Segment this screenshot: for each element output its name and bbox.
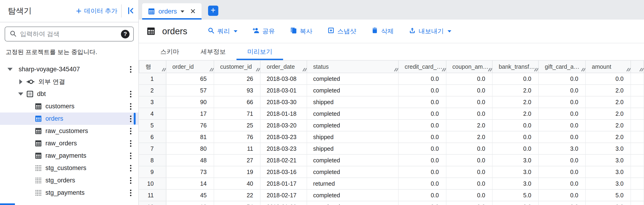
column-resize-handle[interactable]	[256, 68, 259, 71]
table-cell: 73	[166, 166, 214, 178]
kebab-menu-button[interactable]	[128, 188, 133, 198]
collapse-left-icon	[126, 6, 135, 16]
tree-item-_[interactable]: 외부 연결	[0, 76, 138, 88]
tree-item-label: raw_payments	[46, 152, 86, 159]
snapshot-action-button[interactable]: 스냅샷	[327, 27, 356, 36]
table-cell: 2018-03-23	[260, 143, 307, 154]
tree-item-orders[interactable]: orders	[0, 112, 138, 125]
table-icon	[148, 8, 155, 15]
table-cell: shipped	[307, 143, 398, 154]
kebab-menu-button[interactable]	[128, 151, 133, 160]
column-resize-handle[interactable]	[581, 68, 584, 71]
column-header-status: status	[307, 60, 398, 73]
export-action-button[interactable]: 내보내기	[409, 27, 451, 36]
detail-tab-미리보기[interactable]: 미리보기	[236, 43, 283, 60]
kebab-menu-button[interactable]	[128, 139, 133, 148]
kebab-menu-button[interactable]	[128, 126, 133, 136]
table-cell: 0.0	[398, 166, 446, 178]
tree-item-customers[interactable]: customers	[0, 100, 138, 112]
column-resize-handle[interactable]	[302, 68, 305, 71]
detail-tab-세부정보[interactable]: 세부정보	[190, 43, 236, 60]
row-number-cell: 9	[139, 166, 166, 178]
tree-item-stg_orders[interactable]: stg_orders	[0, 174, 138, 186]
table-row: 257932018-03-01completed0.00.02.00.02.0	[139, 84, 644, 96]
kebab-menu-button[interactable]	[128, 65, 133, 74]
table-cell: 0.0	[398, 131, 446, 143]
column-resize-handle[interactable]	[210, 68, 212, 71]
row-number-cell: 12	[139, 201, 166, 205]
tree-item-label: stg_payments	[46, 189, 84, 196]
table-cell: 2.0	[586, 120, 631, 131]
new-tab-button[interactable]: +	[208, 6, 218, 16]
table-cell: 40	[214, 178, 260, 190]
table-cell: 3.0	[586, 178, 631, 190]
kebab-menu-button[interactable]	[128, 90, 133, 99]
editor-tab-orders[interactable]: orders ✕	[142, 3, 202, 20]
table-cell: 0.0	[538, 166, 586, 178]
table-cell: 81	[166, 131, 214, 143]
tree-item-sharp-voyage-345407[interactable]: sharp-voyage-345407	[0, 63, 138, 76]
table-cell: 2018-03-08	[260, 73, 307, 84]
search-input[interactable]	[20, 30, 118, 38]
column-header-empty	[631, 60, 644, 73]
column-header-order_id: order_id	[166, 60, 214, 73]
table-icon	[34, 140, 42, 147]
horizontal-scrollbar-thumb[interactable]	[0, 203, 15, 205]
table-cell	[631, 96, 644, 108]
chevron-down-icon[interactable]	[180, 10, 184, 12]
tree-item-label: raw_orders	[46, 140, 77, 147]
table-cell: 3.0	[492, 154, 538, 166]
collapse-arrow-icon[interactable]	[16, 92, 26, 96]
column-resize-handle[interactable]	[626, 68, 629, 71]
close-tab-button[interactable]: ✕	[190, 8, 196, 15]
table-cell: 0.0	[538, 120, 586, 131]
person-add-action-button[interactable]: 공유	[252, 27, 275, 36]
table-cell: 2.0	[446, 131, 492, 143]
row-number-cell: 1	[139, 73, 166, 84]
column-resize-handle[interactable]	[394, 68, 397, 71]
column-resize-handle[interactable]	[162, 68, 164, 71]
tree-item-stg_customers[interactable]: stg_customers	[0, 162, 138, 174]
table-header-row: 행order_idcustomer_idorder_datestatuscred…	[139, 60, 644, 73]
add-data-button[interactable]: + 데이터 추가	[76, 7, 118, 15]
table-cell: 3.0	[492, 166, 538, 178]
column-header-label: coupon_am…	[452, 63, 489, 70]
table-cell: 0.0	[398, 120, 446, 131]
tree-item-raw_customers[interactable]: raw_customers	[0, 125, 138, 137]
delete-action-button[interactable]: 삭제	[371, 27, 394, 36]
kebab-menu-button[interactable]	[128, 176, 133, 185]
table-cell: 0.0	[446, 96, 492, 108]
resource-header: orders 쿼리공유복사스냅샷삭제내보내기	[139, 20, 644, 43]
kebab-menu-button[interactable]	[128, 102, 133, 111]
kebab-menu-button[interactable]	[128, 164, 133, 173]
table-cell: completed	[307, 190, 398, 201]
tree-item-raw_payments[interactable]: raw_payments	[0, 150, 138, 162]
add-data-label: 데이터 추가	[84, 7, 118, 15]
table-cell: 0.0	[398, 84, 446, 96]
table-cell: completed	[307, 84, 398, 96]
header-divider	[121, 4, 122, 18]
table-cell: 0.0	[398, 201, 446, 205]
expand-arrow-icon[interactable]	[16, 79, 26, 84]
copy-action-button[interactable]: 복사	[290, 27, 312, 36]
collapse-panel-button[interactable]	[125, 5, 136, 17]
table-cell: 0.0	[446, 166, 492, 178]
dataset-icon	[26, 90, 34, 98]
table-cell: 0.0	[538, 96, 586, 108]
tree-item-stg_payments[interactable]: stg_payments	[0, 186, 138, 199]
column-resize-handle[interactable]	[639, 68, 642, 71]
tree-item-dbt[interactable]: dbt	[0, 88, 138, 100]
tree-item-raw_orders[interactable]: raw_orders	[0, 137, 138, 150]
detail-tab-스키마[interactable]: 스키마	[150, 43, 190, 60]
kebab-menu-button[interactable]	[128, 114, 133, 124]
column-header-label: bank_transf…	[498, 63, 535, 70]
column-header-label: 행	[146, 63, 151, 70]
table-icon	[34, 115, 42, 122]
table-cell: 2018-03-16	[260, 166, 307, 178]
action-label: 스냅샷	[338, 27, 356, 36]
sidebar-vertical-scrollbar-thumb[interactable]	[134, 113, 136, 125]
search-box[interactable]: ?	[5, 26, 134, 42]
help-icon[interactable]: ?	[121, 30, 130, 38]
search-action-button[interactable]: 쿼리	[207, 27, 238, 36]
collapse-arrow-icon[interactable]	[5, 68, 16, 71]
